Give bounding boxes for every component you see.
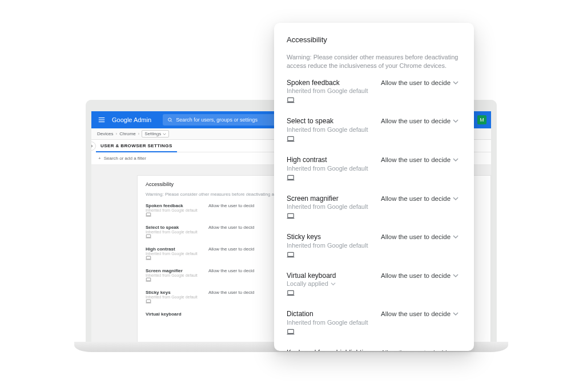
bg-setting-value[interactable]: Allow the user to decid — [208, 290, 255, 305]
caret-down-icon — [453, 234, 459, 240]
setting-row-screen-magnifier: Screen magnifier Inherited from Google d… — [287, 195, 461, 222]
setting-row-sticky-keys: Sticky keys Inherited from Google defaul… — [287, 233, 461, 260]
setting-value-dropdown[interactable]: Allow the user to decide — [381, 79, 459, 86]
bg-setting-value[interactable]: Allow the user to decid — [208, 268, 255, 283]
setting-value-dropdown[interactable]: Allow the user to decide — [381, 195, 459, 202]
caret-down-icon — [453, 157, 459, 163]
tab-user-browser-settings[interactable]: USER & BROWSER SETTINGS — [96, 140, 177, 152]
bg-setting-value[interactable]: Allow the user to decid — [208, 225, 255, 240]
setting-subtext-label: Locally applied — [287, 280, 328, 287]
bg-setting-title: Virtual keyboard — [146, 312, 208, 317]
laptop-device-icon — [287, 327, 381, 337]
setting-value-dropdown[interactable]: Allow the user to decide — [381, 310, 459, 317]
svg-rect-32 — [288, 252, 294, 256]
setting-row-high-contrast: High contrast Inherited from Google defa… — [287, 156, 461, 183]
svg-rect-14 — [146, 213, 151, 216]
search-icon — [167, 117, 172, 123]
setting-title: Screen magnifier — [287, 195, 381, 204]
chevron-right-icon: › — [138, 131, 140, 136]
laptop-device-icon — [287, 250, 381, 260]
filter-placeholder: Search or add a filter — [104, 156, 146, 161]
breadcrumb-item-label: Settings — [144, 131, 161, 136]
setting-value-dropdown[interactable]: Allow the user to decide — [381, 349, 459, 351]
setting-subtext: Locally applied — [287, 280, 381, 287]
bg-setting-sub: Inherited from Google default — [146, 208, 208, 212]
accessibility-card: Accessibility Warning: Please consider o… — [274, 23, 474, 351]
laptop-device-icon — [146, 256, 208, 261]
setting-value-dropdown[interactable]: Allow the user to decide — [381, 233, 459, 240]
laptop-device-icon — [287, 134, 381, 144]
bg-setting-value[interactable]: Allow the user to decid — [208, 246, 255, 261]
setting-value-label: Allow the user to decide — [381, 79, 451, 86]
svg-rect-22 — [146, 300, 151, 302]
hamburger-icon[interactable] — [97, 115, 106, 124]
caret-down-icon — [453, 118, 459, 124]
setting-row-select-to-speak: Select to speak Inherited from Google de… — [287, 117, 461, 144]
bg-setting-title: Select to speak — [146, 225, 208, 230]
svg-rect-28 — [288, 175, 294, 179]
bg-setting-sub: Inherited from Google default — [146, 252, 208, 256]
breadcrumb-item[interactable]: Devices — [97, 131, 113, 136]
caret-down-icon — [453, 196, 459, 201]
bg-setting-value[interactable]: Allow the user to decid — [208, 203, 255, 218]
setting-row-dictation: Dictation Inherited from Google default … — [287, 310, 461, 337]
setting-subtext: Inherited from Google default — [287, 165, 381, 172]
collapse-toggle[interactable] — [87, 142, 96, 151]
setting-value-dropdown[interactable]: Allow the user to decide — [381, 118, 459, 124]
setting-subtext: Inherited from Google default — [287, 87, 381, 94]
svg-line-4 — [171, 121, 172, 122]
breadcrumb-item[interactable]: Chrome — [119, 131, 135, 136]
bg-setting-title: Spoken feedback — [146, 203, 208, 208]
setting-title: Virtual keyboard — [287, 272, 381, 281]
bg-setting-title: Sticky keys — [146, 290, 208, 295]
plus-icon: + — [98, 156, 101, 161]
setting-value-label: Allow the user to decide — [381, 195, 451, 202]
caret-down-icon — [331, 281, 336, 286]
setting-value-dropdown[interactable]: Allow the user to decide — [381, 156, 459, 163]
svg-rect-24 — [288, 98, 294, 102]
caret-down-icon — [453, 80, 459, 86]
setting-value-label: Allow the user to decide — [381, 310, 451, 317]
setting-title: Select to speak — [287, 117, 381, 126]
laptop-device-icon — [146, 277, 208, 283]
svg-point-3 — [168, 118, 171, 121]
setting-title: High contrast — [287, 156, 381, 165]
setting-value-label: Allow the user to decide — [381, 349, 451, 351]
laptop-device-icon — [287, 211, 381, 221]
setting-value-dropdown[interactable]: Allow the user to decide — [381, 272, 459, 279]
setting-title: Spoken feedback — [287, 79, 381, 88]
bg-setting-title: Screen magnifier — [146, 268, 208, 273]
setting-value-label: Allow the user to decide — [381, 272, 451, 279]
setting-value-label: Allow the user to decide — [381, 118, 451, 124]
setting-title: Dictation — [287, 310, 381, 319]
setting-title: Keyboard focus highlighting — [287, 349, 381, 351]
svg-rect-20 — [146, 278, 151, 281]
caret-down-icon — [453, 273, 459, 278]
svg-rect-36 — [288, 329, 294, 333]
app-title: Google Admin — [112, 116, 151, 123]
laptop-device-icon — [146, 299, 208, 305]
bg-setting-sub: Inherited from Google default — [146, 295, 208, 299]
avatar[interactable]: M — [477, 115, 486, 124]
laptop-device-icon — [146, 234, 208, 240]
laptop-device-icon — [146, 212, 208, 218]
svg-rect-30 — [288, 214, 294, 218]
search-input[interactable] — [176, 117, 278, 123]
caret-down-icon — [453, 311, 459, 317]
setting-row-spoken-feedback: Spoken feedback Inherited from Google de… — [287, 79, 461, 106]
bg-setting-sub: Inherited from Google default — [146, 230, 208, 234]
search-field-wrap[interactable] — [163, 114, 283, 126]
bg-setting-sub: Inherited from Google default — [146, 273, 208, 277]
setting-value-label: Allow the user to decide — [381, 233, 451, 240]
chevron-right-icon: › — [115, 131, 117, 136]
svg-rect-26 — [288, 136, 294, 140]
laptop-device-icon — [287, 288, 381, 298]
setting-subtext: Inherited from Google default — [287, 319, 381, 326]
caret-down-icon — [453, 350, 459, 351]
caret-down-icon — [163, 132, 166, 136]
svg-rect-18 — [146, 256, 151, 259]
setting-subtext: Inherited from Google default — [287, 242, 381, 249]
setting-title: Sticky keys — [287, 233, 381, 242]
breadcrumb-item-settings[interactable]: Settings — [142, 130, 169, 138]
bg-setting-title: High contrast — [146, 246, 208, 252]
